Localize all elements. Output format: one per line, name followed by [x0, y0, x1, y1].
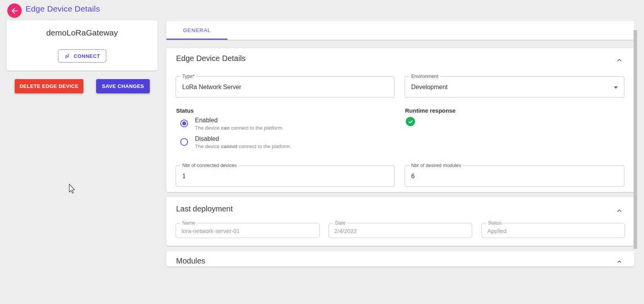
- modules-section-title: Modules: [176, 257, 205, 265]
- deployment-date-label: Date: [333, 220, 347, 226]
- radio-button-icon: [180, 120, 188, 127]
- collapse-details-button[interactable]: [614, 55, 624, 65]
- radio-disabled-description: The device cannot connect to the platfor…: [195, 144, 291, 149]
- device-summary-card: demoLoRaGateway CONNECT: [7, 20, 158, 71]
- environment-select-label: Environment: [409, 74, 440, 79]
- connect-button-label: CONNECT: [74, 53, 100, 59]
- environment-select[interactable]: Environment Development: [405, 76, 624, 98]
- chevron-up-icon: [616, 258, 622, 265]
- connect-button[interactable]: CONNECT: [58, 49, 106, 62]
- cable-connect-icon: [64, 53, 71, 59]
- arrow-left-icon: [10, 7, 19, 15]
- type-field-label: Type*: [180, 74, 197, 79]
- caret-down-icon: [614, 86, 618, 89]
- mouse-cursor: [69, 184, 75, 195]
- desired-modules-label: Nbr of desired modules: [409, 163, 463, 168]
- deployment-date-value: 2/4/2022: [329, 223, 472, 235]
- save-changes-button[interactable]: SAVE CHANGES: [96, 79, 150, 93]
- type-field-value: LoRa Network Server: [176, 77, 394, 91]
- modules-section: Modules: [166, 251, 634, 267]
- status-radio-disabled[interactable]: Disabled The device cannot connect to th…: [180, 135, 381, 153]
- collapse-modules-button[interactable]: [614, 257, 624, 267]
- connected-devices-field[interactable]: Nbr of connected devices 1: [176, 166, 395, 187]
- desired-modules-field[interactable]: Nbr of desired modules 6: [405, 166, 624, 187]
- deployment-status-label: Status: [486, 220, 503, 226]
- active-tab-indicator: [166, 39, 227, 40]
- vertical-scrollbar[interactable]: [634, 30, 637, 249]
- runtime-response-label: Runtime response: [405, 107, 456, 114]
- tab-bar: GENERAL: [166, 21, 634, 40]
- radio-button-icon: [180, 138, 188, 146]
- tab-general-label: GENERAL: [183, 27, 211, 33]
- last-deployment-section: Last deployment Name lora-network-server…: [166, 197, 634, 246]
- edge-device-details-section: Edge Device Details Type* LoRa Network S…: [166, 48, 634, 192]
- radio-disabled-label: Disabled: [195, 135, 219, 142]
- collapse-deployment-button[interactable]: [614, 206, 624, 216]
- chevron-up-icon: [616, 57, 623, 64]
- status-group-label: Status: [176, 107, 194, 114]
- radio-enabled-description: The device can connect to the platform.: [195, 125, 283, 131]
- deployment-name-field: Name lora-network-server-01: [176, 223, 320, 238]
- chevron-up-icon: [616, 207, 623, 214]
- deployment-date-field: Date 2/4/2022: [329, 223, 472, 238]
- deployment-section-title: Last deployment: [176, 204, 233, 213]
- back-button[interactable]: [7, 3, 22, 18]
- delete-edge-device-button[interactable]: DELETE EDGE DEVICE: [15, 79, 83, 93]
- radio-enabled-label: Enabled: [195, 117, 218, 124]
- status-radio-enabled[interactable]: Enabled The device can connect to the pl…: [180, 117, 381, 135]
- type-field[interactable]: Type* LoRa Network Server: [176, 76, 395, 98]
- deployment-name-label: Name: [180, 220, 197, 226]
- tab-general[interactable]: GENERAL: [166, 21, 227, 40]
- deployment-status-field: Status Applied: [481, 223, 625, 238]
- details-section-title: Edge Device Details: [176, 54, 246, 63]
- deployment-name-value: lora-network-server-01: [176, 223, 319, 235]
- check-circle-icon: [406, 117, 415, 126]
- page-title: Edge Device Details: [25, 4, 100, 14]
- connected-devices-label: Nbr of connected devices: [180, 163, 239, 168]
- device-name: demoLoRaGateway: [7, 28, 158, 37]
